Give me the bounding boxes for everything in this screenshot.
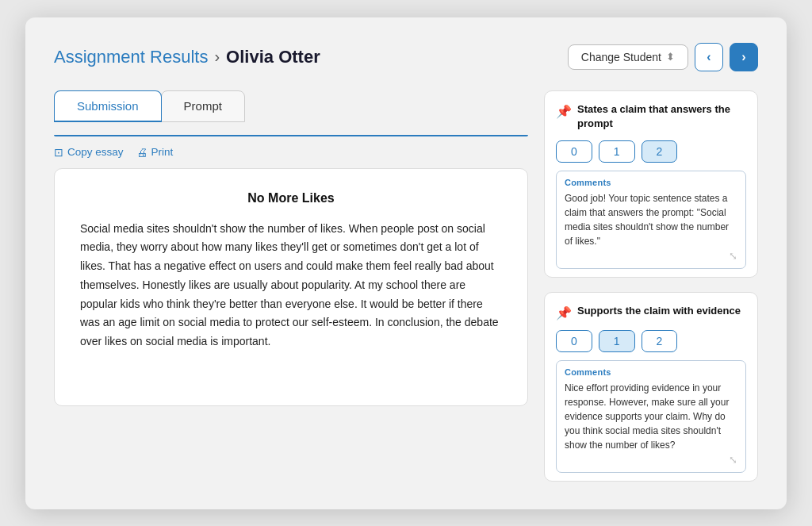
breadcrumb-link[interactable]: Assignment Results (54, 47, 208, 67)
rubric-scores-evidence: 0 1 2 (556, 330, 746, 352)
rubric-header-claim: 📌 States a claim that answers the prompt (556, 102, 746, 131)
change-student-label: Change Student (581, 51, 661, 63)
header: Assignment Results › Olivia Otter Change… (54, 43, 758, 71)
score-0-evidence[interactable]: 0 (556, 330, 592, 352)
tab-prompt-label: Prompt (184, 99, 222, 113)
essay-box: No More Likes Social media sites shouldn… (54, 168, 528, 406)
change-student-button[interactable]: Change Student ⬍ (568, 44, 688, 70)
left-arrow-icon: ‹ (707, 50, 710, 64)
tab-submission[interactable]: Submission (54, 90, 162, 122)
main-content: Submission Prompt ⊡ Copy essay 🖨 Print (54, 90, 758, 482)
header-controls: Change Student ⬍ ‹ › (568, 43, 758, 71)
score-2-evidence[interactable]: 2 (642, 330, 678, 352)
rubric-card-evidence: 📌 Supports the claim with evidence 0 1 2… (544, 292, 758, 482)
score-2-claim[interactable]: 2 (642, 140, 678, 163)
tab-submission-label: Submission (77, 99, 139, 113)
tab-prompt[interactable]: Prompt (161, 90, 245, 122)
copy-essay-button[interactable]: ⊡ Copy essay (54, 146, 124, 159)
rubric-card-claim: 📌 States a claim that answers the prompt… (544, 90, 758, 278)
comments-text-evidence: Nice effort providing evidence in your r… (565, 381, 737, 452)
print-label: Print (151, 146, 174, 158)
pin-icon-evidence: 📌 (556, 305, 572, 321)
comments-section-claim: Comments Good job! Your topic sentence s… (556, 171, 746, 269)
left-panel: Submission Prompt ⊡ Copy essay 🖨 Print (54, 90, 528, 406)
comments-text-claim: Good job! Your topic sentence states a c… (565, 191, 737, 248)
comments-section-evidence: Comments Nice effort providing evidence … (556, 360, 746, 473)
rubric-header-evidence: 📌 Supports the claim with evidence (556, 304, 746, 321)
breadcrumb-separator: › (214, 48, 220, 66)
main-window: Assignment Results › Olivia Otter Change… (25, 17, 787, 509)
essay-actions: ⊡ Copy essay 🖨 Print (54, 146, 528, 159)
right-panel: 📌 States a claim that answers the prompt… (544, 90, 758, 482)
score-1-evidence[interactable]: 1 (599, 330, 635, 352)
breadcrumb-current: Olivia Otter (226, 47, 320, 67)
tabs: Submission Prompt (54, 90, 528, 122)
next-student-button[interactable]: › (730, 43, 758, 71)
breadcrumb: Assignment Results › Olivia Otter (54, 47, 320, 67)
tab-underline (54, 135, 528, 136)
print-button[interactable]: 🖨 Print (136, 146, 174, 159)
resize-handle-claim: ⤡ (565, 250, 737, 262)
rubric-title-evidence: Supports the claim with evidence (577, 304, 741, 318)
score-0-claim[interactable]: 0 (556, 140, 592, 163)
pin-icon-claim: 📌 (556, 104, 572, 119)
score-1-claim[interactable]: 1 (599, 140, 635, 163)
essay-title: No More Likes (80, 191, 502, 205)
copy-essay-label: Copy essay (67, 146, 124, 158)
comments-label-claim: Comments (565, 178, 737, 187)
rubric-scores-claim: 0 1 2 (556, 140, 746, 163)
updown-chevron-icon: ⬍ (666, 51, 675, 63)
resize-handle-evidence: ⤡ (565, 454, 737, 466)
print-icon: 🖨 (136, 146, 147, 159)
prev-student-button[interactable]: ‹ (695, 43, 723, 71)
essay-body: Social media sites shouldn't show the nu… (80, 220, 502, 352)
comments-label-evidence: Comments (565, 367, 737, 377)
right-arrow-icon: › (741, 50, 745, 64)
copy-icon: ⊡ (54, 146, 63, 159)
rubric-title-claim: States a claim that answers the prompt (577, 102, 746, 131)
